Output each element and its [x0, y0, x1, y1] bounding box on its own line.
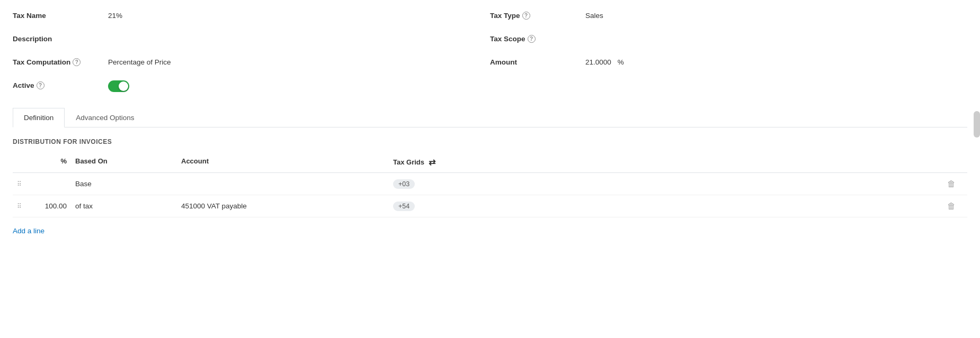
col-tax-grids: Tax Grids ⇄ — [389, 155, 936, 169]
tax-scope-value[interactable] — [585, 32, 967, 35]
description-value[interactable] — [108, 32, 490, 35]
col-account: Account — [177, 155, 389, 169]
tax-grid-badge-1: +03 — [393, 179, 415, 189]
active-toggle-wrapper — [108, 78, 129, 94]
row2-delete[interactable]: 🗑 — [936, 197, 967, 215]
toggle-thumb — [119, 81, 128, 91]
col-percent: % — [29, 155, 71, 169]
tabs-container: Definition Advanced Options — [13, 108, 967, 127]
row1-percent[interactable] — [29, 180, 71, 188]
tax-type-value[interactable]: Sales — [585, 8, 967, 20]
drag-handle-1[interactable]: ⠿ — [13, 176, 29, 192]
amount-unit: % — [618, 58, 624, 66]
amount-number[interactable]: 21.0000 — [585, 58, 611, 66]
right-column: Tax Type ? Sales Tax Scope ? — [490, 8, 967, 97]
delete-icon-1[interactable]: 🗑 — [940, 179, 963, 189]
amount-row: Amount 21.0000 % — [490, 55, 967, 74]
tax-computation-label: Tax Computation ? — [13, 55, 108, 66]
tax-scope-label: Tax Scope ? — [490, 32, 585, 43]
tax-name-label: Tax Name — [13, 8, 108, 20]
left-column: Tax Name 21% Description Tax Computation — [13, 8, 490, 97]
active-help-icon[interactable]: ? — [37, 81, 44, 89]
tax-name-value[interactable]: 21% — [108, 8, 490, 20]
tax-computation-value[interactable]: Percentage of Price — [108, 55, 490, 66]
amount-row-inner: 21.0000 % — [585, 58, 967, 66]
col-based-on: Based On — [71, 155, 177, 169]
scrollbar[interactable] — [974, 111, 980, 138]
row1-delete[interactable]: 🗑 — [936, 175, 967, 193]
col-drag — [13, 155, 29, 169]
tax-name-row: Tax Name 21% — [13, 8, 490, 28]
row2-based-on[interactable]: of tax — [71, 198, 177, 214]
description-label: Description — [13, 32, 108, 43]
amount-value-wrapper: 21.0000 % — [585, 55, 967, 66]
row1-account[interactable] — [177, 180, 389, 188]
row2-tax-grids[interactable]: +54 — [389, 197, 936, 215]
table-row: ⠿ 100.00 of tax 451000 VAT payable +54 🗑 — [13, 195, 967, 217]
tax-grid-badge-2: +54 — [393, 202, 415, 211]
tax-form: Tax Name 21% Description Tax Computation — [0, 0, 980, 127]
drag-handle-2[interactable]: ⠿ — [13, 198, 29, 214]
row1-based-on[interactable]: Base — [71, 176, 177, 192]
active-label: Active ? — [13, 78, 108, 89]
active-toggle[interactable] — [108, 80, 129, 92]
tax-type-row: Tax Type ? Sales — [490, 8, 967, 28]
table-row: ⠿ Base +03 🗑 — [13, 173, 967, 195]
tax-scope-help-icon[interactable]: ? — [528, 35, 536, 43]
row1-tax-grids[interactable]: +03 — [389, 175, 936, 193]
row2-account[interactable]: 451000 VAT payable — [177, 198, 389, 214]
tax-scope-row: Tax Scope ? — [490, 32, 967, 51]
tax-type-help-icon[interactable]: ? — [522, 12, 530, 20]
delete-icon-2[interactable]: 🗑 — [940, 202, 963, 211]
col-actions — [936, 155, 967, 169]
tax-type-label: Tax Type ? — [490, 8, 585, 20]
add-line-container: Add a line — [13, 217, 967, 244]
distribution-table: % Based On Account Tax Grids ⇄ ⠿ Base — [13, 152, 967, 244]
tax-computation-row: Tax Computation ? Percentage of Price — [13, 55, 490, 74]
tax-computation-help-icon[interactable]: ? — [73, 58, 81, 66]
add-line-button[interactable]: Add a line — [13, 222, 44, 240]
toggle-track — [108, 80, 129, 92]
table-header: % Based On Account Tax Grids ⇄ — [13, 152, 967, 173]
tab-definition[interactable]: Definition — [13, 108, 65, 127]
row2-percent[interactable]: 100.00 — [29, 198, 71, 214]
active-row: Active ? — [13, 78, 490, 97]
amount-label: Amount — [490, 55, 585, 66]
distribution-title: DISTRIBUTION FOR INVOICES — [13, 138, 967, 145]
description-row: Description — [13, 32, 490, 51]
distribution-section: DISTRIBUTION FOR INVOICES % Based On Acc… — [0, 127, 980, 255]
filter-icon[interactable]: ⇄ — [429, 157, 435, 167]
tab-advanced-options[interactable]: Advanced Options — [65, 108, 145, 127]
form-grid: Tax Name 21% Description Tax Computation — [13, 8, 967, 97]
